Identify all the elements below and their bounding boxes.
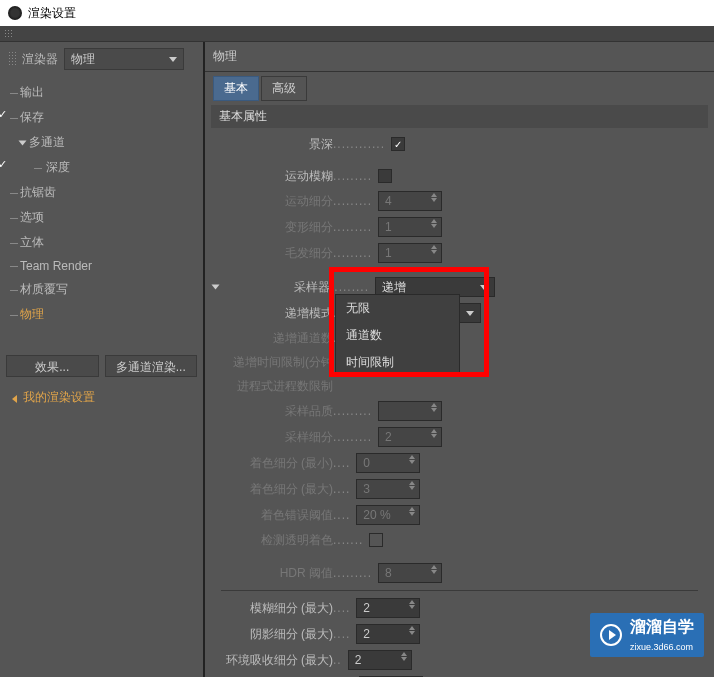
- detect-trans-checkbox[interactable]: [369, 533, 383, 547]
- watermark: 溜溜自学 zixue.3d66.com: [590, 613, 704, 657]
- label: 采样器: [224, 279, 330, 296]
- dropdown-option-passes[interactable]: 通道数: [336, 322, 459, 349]
- motion-blur-checkbox[interactable]: [378, 169, 392, 183]
- label: 景深: [213, 136, 333, 153]
- hdr-threshold-spinner[interactable]: 8: [378, 563, 442, 583]
- renderer-label: 渲染器: [22, 51, 58, 68]
- grip-icon: [8, 51, 16, 67]
- motion-subdiv-spinner[interactable]: 4: [378, 191, 442, 211]
- dof-checkbox[interactable]: ✓: [391, 137, 405, 151]
- label: HDR 阈值: [213, 565, 333, 582]
- chevron-down-icon: [19, 140, 27, 145]
- hair-subdiv-spinner[interactable]: 1: [378, 243, 442, 263]
- divider: [221, 590, 698, 591]
- tree-item-save[interactable]: 保存: [2, 105, 201, 130]
- renderer-row: 渲染器 物理: [0, 42, 203, 76]
- watermark-sub: zixue.3d66.com: [630, 642, 693, 652]
- window-title: 渲染设置: [28, 5, 76, 22]
- props: 景深 ............ ✓ 运动模糊 ......... 运动细分 ..…: [205, 130, 714, 677]
- label: 递增通道数: [213, 330, 333, 347]
- chevron-down-icon[interactable]: [212, 285, 220, 290]
- label: 模糊细分 (最大): [213, 600, 333, 617]
- prop-sample-subdiv: 采样细分 ......... 2: [213, 424, 706, 450]
- label: 递增模式: [213, 305, 333, 322]
- shadow-max-spinner[interactable]: 2: [356, 624, 420, 644]
- prop-progressive-thread: 进程式进程数限制: [213, 374, 706, 398]
- prop-shader-threshold: 着色错误阈值 .... 20 %: [213, 502, 706, 528]
- prop-shader-min: 着色细分 (最小) .... 0: [213, 450, 706, 476]
- panel-title: 物理: [205, 42, 714, 72]
- prop-deform-subdiv: 变形细分 ......... 1: [213, 214, 706, 240]
- tree-item-teamrender[interactable]: Team Render: [2, 255, 201, 277]
- chevron-down-icon: [169, 57, 177, 62]
- prop-sample-quality: 采样品质 .........: [213, 398, 706, 424]
- prop-motion-blur: 运动模糊 .........: [213, 164, 706, 188]
- label: 阴影细分 (最大): [213, 626, 333, 643]
- renderer-value: 物理: [71, 51, 95, 68]
- prop-detect-trans: 检测透明着色 .......: [213, 528, 706, 552]
- label: 进程式进程数限制: [213, 378, 333, 395]
- shader-min-spinner[interactable]: 0: [356, 453, 420, 473]
- tab-row: 基本 高级: [205, 72, 714, 103]
- chevron-left-icon: [12, 395, 17, 403]
- label: 毛发细分: [213, 245, 333, 262]
- tree-item-material-override[interactable]: 材质覆写: [2, 277, 201, 302]
- prop-hair-subdiv: 毛发细分 ......... 1: [213, 240, 706, 266]
- tree-item-depth[interactable]: 深度: [2, 155, 201, 180]
- tree-item-stereo[interactable]: 立体: [2, 230, 201, 255]
- chevron-down-icon: [466, 311, 474, 316]
- prop-motion-subdiv: 运动细分 ......... 4: [213, 188, 706, 214]
- title-bar: 渲染设置: [0, 0, 714, 26]
- sample-quality-spinner[interactable]: [378, 401, 442, 421]
- label: 着色细分 (最大): [213, 481, 333, 498]
- tab-basic[interactable]: 基本: [213, 76, 259, 101]
- label: 检测透明着色: [213, 532, 333, 549]
- menu-bar: [0, 26, 714, 42]
- tree-item-output[interactable]: 输出: [2, 80, 201, 105]
- tree-item-multipass[interactable]: 多通道: [2, 130, 201, 155]
- tab-advanced[interactable]: 高级: [261, 76, 307, 101]
- prop-depth-of-field: 景深 ............ ✓: [213, 132, 706, 156]
- dropdown-option-unlimited[interactable]: 无限: [336, 295, 459, 322]
- settings-tree: 输出 保存 多通道 深度 抗锯齿 选项 立体 Team Render 材质覆写 …: [0, 76, 203, 349]
- blur-max-spinner[interactable]: 2: [356, 598, 420, 618]
- label: 环境吸收细分 (最大): [213, 652, 333, 669]
- my-settings-label: 我的渲染设置: [23, 389, 95, 406]
- label: 递增时间限制(分钟: [213, 354, 333, 371]
- label: 采样品质: [213, 403, 333, 420]
- ao-max-spinner[interactable]: 2: [348, 650, 412, 670]
- my-render-settings[interactable]: 我的渲染设置: [0, 383, 203, 412]
- play-icon: [600, 624, 622, 646]
- deform-subdiv-spinner[interactable]: 1: [378, 217, 442, 237]
- shader-threshold-spinner[interactable]: 20 %: [356, 505, 420, 525]
- shader-max-spinner[interactable]: 3: [356, 479, 420, 499]
- renderer-dropdown[interactable]: 物理: [64, 48, 184, 70]
- label: 运动模糊: [213, 168, 333, 185]
- label: 着色错误阈值: [213, 507, 333, 524]
- tree-item-physical[interactable]: 物理: [2, 302, 201, 327]
- label: 变形细分: [213, 219, 333, 236]
- grip-icon: [4, 29, 14, 39]
- label: 着色细分 (最小): [213, 455, 333, 472]
- tree-item-options[interactable]: 选项: [2, 205, 201, 230]
- dropdown-option-time[interactable]: 时间限制: [336, 349, 459, 376]
- button-row: 效果... 多通道渲染...: [0, 349, 203, 383]
- app-icon: [8, 6, 22, 20]
- label: 采样细分: [213, 429, 333, 446]
- prop-shader-max: 着色细分 (最大) .... 3: [213, 476, 706, 502]
- chevron-down-icon: [480, 285, 488, 290]
- prop-hdr-threshold: HDR 阈值 ......... 8: [213, 560, 706, 586]
- effect-button[interactable]: 效果...: [6, 355, 99, 377]
- tree-item-antialias[interactable]: 抗锯齿: [2, 180, 201, 205]
- watermark-text: 溜溜自学: [630, 618, 694, 635]
- prop-sss-max: 次表面散射细分（最大） 2: [213, 673, 706, 677]
- sample-subdiv-spinner[interactable]: 2: [378, 427, 442, 447]
- section-basic-props: 基本属性: [211, 105, 708, 128]
- label: 运动细分: [213, 193, 333, 210]
- multipass-render-button[interactable]: 多通道渲染...: [105, 355, 198, 377]
- left-panel: 渲染器 物理 输出 保存 多通道 深度 抗锯齿 选项 立体 Team Rende…: [0, 42, 205, 677]
- progressive-mode-dropdown-menu[interactable]: 无限 通道数 时间限制: [335, 294, 460, 377]
